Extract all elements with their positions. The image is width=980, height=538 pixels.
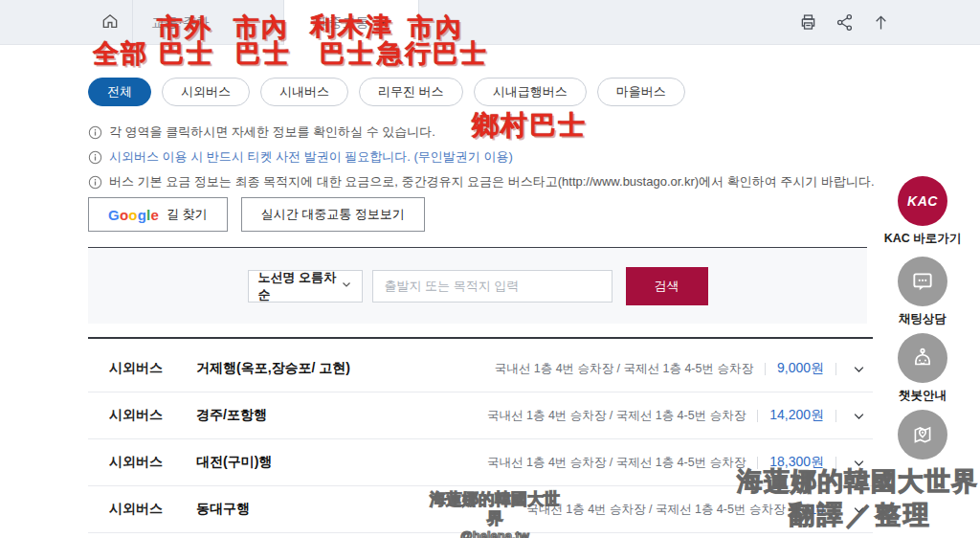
route-platform: 국내선 1층 4번 승차장 / 국제선 1층 4-5번 승차장 — [495, 361, 753, 377]
kac-logo: KAC — [898, 176, 947, 226]
tab-city-express-bus[interactable]: 시내급행버스 — [474, 78, 587, 106]
expand-chevron-icon[interactable] — [848, 409, 869, 423]
topbar-divider — [132, 0, 133, 45]
share-icon[interactable] — [833, 11, 856, 34]
robot-icon — [898, 333, 947, 383]
notice-line: 시외버스 이용 시 반드시 티켓 사전 발권이 필요합니다. (무인발권기 이용… — [88, 146, 875, 171]
expand-chevron-icon[interactable] — [848, 362, 869, 376]
chat-bubble-icon — [898, 257, 947, 306]
table-row[interactable]: 시외버스 대전(구미)행 국내선 1층 4번 승차장 / 국제선 1층 4-5번… — [88, 439, 873, 486]
kac-logo-text: KAC — [907, 193, 938, 209]
route-category: 시외버스 — [88, 454, 196, 471]
route-name: 대전(구미)행 — [196, 454, 272, 471]
annotation-limousine-2: 巴士 — [320, 41, 375, 67]
home-icon — [100, 11, 120, 34]
annotation-intercity-2: 巴士 — [159, 41, 214, 67]
top-navbar: 교통·주차 대중교통 ▼ — [0, 0, 980, 45]
route-name: 동대구행 — [196, 501, 250, 518]
destination-search-input[interactable] — [372, 270, 612, 303]
divider — [765, 363, 766, 375]
map-action-buttons: Google 길 찾기 실시간 대중교통 정보보기 — [88, 197, 425, 232]
realtime-transit-button[interactable]: 실시간 대중교통 정보보기 — [241, 197, 425, 232]
nav-item-transport[interactable]: 교통·주차 — [151, 0, 210, 45]
nav-item-public-transport[interactable]: 대중교통 ▼ — [283, 0, 419, 45]
divider — [757, 457, 758, 469]
route-category: 시외버스 — [88, 407, 196, 424]
chevron-down-icon — [341, 279, 352, 293]
expand-chevron-icon[interactable] — [848, 503, 869, 517]
nav-current-label: 대중교통 — [316, 14, 369, 32]
divider — [757, 410, 758, 422]
tab-all[interactable]: 전체 — [88, 78, 151, 106]
page: 교통·주차 대중교통 ▼ — [0, 0, 980, 538]
route-platform: 국내선 1층 4번 승차장 / 국제선 1층 4-5번 승차장 — [526, 502, 785, 518]
notice-text: 버스 기본 요금 정보는 최종 목적지에 대한 요금으로, 중간경유지 요금은 … — [109, 171, 875, 192]
scroll-top-icon[interactable] — [869, 11, 892, 34]
route-price: 9,000원 — [777, 360, 824, 377]
table-row[interactable]: 시외버스 경주/포항행 국내선 1층 4번 승차장 / 국제선 1층 4-5번 … — [88, 392, 873, 439]
sidebar-item-map[interactable] — [889, 410, 956, 464]
route-platform: 국내선 1층 4번 승차장 / 국제선 1층 4-5번 승차장 — [487, 408, 746, 424]
dropdown-caret-icon: ▼ — [379, 18, 388, 28]
nav-parent-label: 교통·주차 — [151, 14, 210, 32]
notice-text: 각 영역을 클릭하시면 자세한 정보를 확인하실 수 있습니다. — [109, 122, 435, 143]
bus-route-table: 시외버스 거제행(옥포,장승포/ 고현) 국내선 1층 4번 승차장 / 국제선… — [88, 337, 873, 533]
notice-text: 시외버스 이용 시 반드시 티켓 사전 발권이 필요합니다. (무인발권기 이용… — [109, 146, 513, 168]
google-directions-label: 길 찾기 — [167, 206, 208, 223]
annotation-all: 全部 — [93, 41, 148, 67]
topbar-actions — [796, 0, 892, 45]
route-name: 거제행(옥포,장승포/ 고현) — [196, 360, 350, 377]
tab-intercity-bus[interactable]: 시외버스 — [162, 78, 250, 106]
divider — [835, 457, 836, 469]
route-price: 18,300원 — [769, 454, 824, 471]
realtime-transit-label: 실시간 대중교통 정보보기 — [261, 206, 405, 223]
annotation-city-2: 巴士 — [235, 41, 291, 67]
table-row[interactable]: 시외버스 동대구행 국내선 1층 4번 승차장 / 국제선 1층 4-5번 승차… — [88, 486, 873, 533]
sidebar-item-chat[interactable]: 채팅상담 — [889, 257, 956, 327]
sidebar-label: 채팅상담 — [899, 311, 947, 327]
info-icon — [88, 175, 102, 196]
google-directions-button[interactable]: Google 길 찾기 — [88, 197, 228, 232]
tab-limousine-bus[interactable]: 리무진 버스 — [359, 78, 463, 106]
notice-line: 버스 기본 요금 정보는 최종 목적지에 대한 요금으로, 중간경유지 요금은 … — [88, 171, 875, 196]
google-logo: Google — [108, 207, 159, 223]
route-category: 시외버스 — [88, 501, 196, 518]
annotation-express-2: 急行巴士 — [377, 41, 488, 67]
route-price: 14,200원 — [769, 407, 824, 424]
search-button[interactable]: 검색 — [626, 267, 708, 305]
sort-order-value: 노선명 오름차순 — [258, 269, 341, 303]
notice-list: 각 영역을 클릭하시면 자세한 정보를 확인하실 수 있습니다. 시외버스 이용… — [88, 122, 875, 196]
route-category: 시외버스 — [88, 360, 196, 377]
table-row[interactable]: 시외버스 거제행(옥포,장승포/ 고현) 국내선 1층 4번 승차장 / 국제선… — [88, 346, 873, 392]
sidebar-label: KAC 바로가기 — [884, 231, 962, 247]
sort-order-select[interactable]: 노선명 오름차순 — [248, 270, 363, 303]
route-search-panel: 노선명 오름차순 검색 — [88, 247, 867, 324]
sidebar-item-chatbot[interactable]: 챗봇안내 — [889, 333, 956, 404]
route-platform: 국내선 1층 4번 승차장 / 국제선 1층 4-5번 승차장 — [487, 455, 746, 471]
info-icon — [88, 150, 102, 171]
divider — [796, 504, 797, 516]
tab-city-bus[interactable]: 시내버스 — [260, 78, 348, 106]
expand-chevron-icon[interactable] — [848, 456, 869, 470]
info-icon — [88, 125, 102, 146]
home-button[interactable] — [88, 0, 132, 45]
sidebar-item-kac[interactable]: KAC KAC 바로가기 — [889, 176, 956, 247]
map-icon — [898, 410, 947, 460]
notice-line: 각 영역을 클릭하시면 자세한 정보를 확인하실 수 있습니다. — [88, 122, 875, 146]
divider — [835, 363, 836, 375]
route-name: 경주/포항행 — [196, 407, 267, 424]
divider — [835, 410, 836, 422]
tab-village-bus[interactable]: 마을버스 — [597, 78, 685, 106]
sidebar-label: 챗봇안내 — [899, 388, 947, 404]
bus-type-tabs: 전체 시외버스 시내버스 리무진 버스 시내급행버스 마을버스 — [88, 78, 685, 106]
divider — [835, 504, 836, 516]
route-price: 10 — [809, 502, 824, 517]
print-icon[interactable] — [796, 11, 819, 34]
